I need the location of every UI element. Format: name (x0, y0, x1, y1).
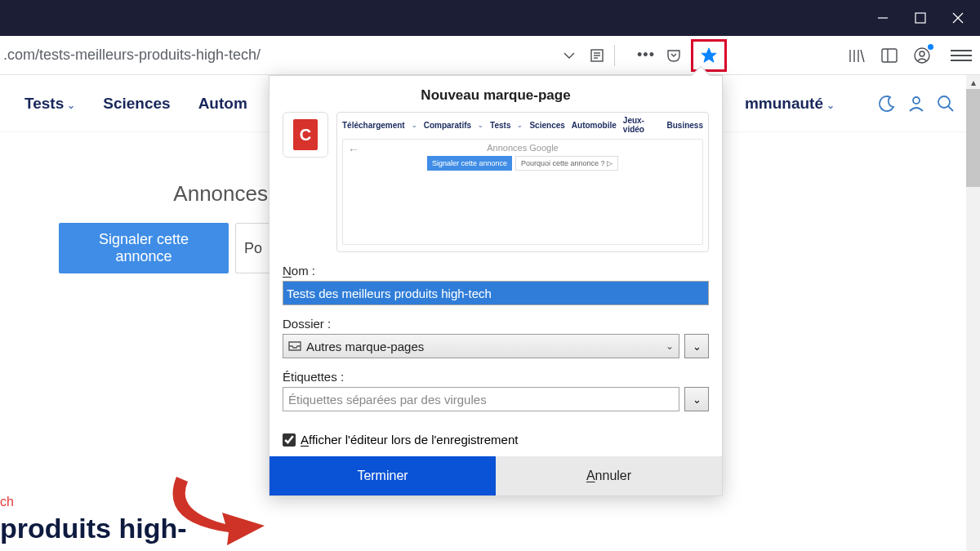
chevron-down-icon: ⌄ (67, 100, 75, 111)
annotation-arrow (168, 477, 274, 549)
svg-line-11 (861, 50, 864, 62)
nav-item-sciences[interactable]: Sciences (103, 95, 170, 113)
sidebar-icon[interactable] (879, 45, 900, 66)
bookmark-popup: Nouveau marque-page C Téléchargement⌄ Co… (269, 75, 723, 496)
svg-line-18 (948, 106, 953, 111)
bookmark-name-input[interactable]: Tests des meilleurs produits high-tech (283, 281, 709, 305)
bookmark-folder-select[interactable]: Autres marque-pages ⌄ (283, 334, 679, 358)
bookmark-name-label: Nom : (283, 264, 709, 278)
reader-view-icon[interactable] (586, 45, 608, 66)
ad-block: Annonces Signaler cette annonce Po (0, 181, 270, 273)
why-ad-button[interactable]: Po (235, 223, 270, 273)
folder-expand-button[interactable]: ⌄ (684, 334, 709, 358)
site-favicon: C (283, 112, 328, 158)
show-editor-label: Afficher l'éditeur lors de l'enregistrem… (301, 433, 518, 447)
cancel-button[interactable]: Annuler (496, 456, 722, 495)
nav-item-tests[interactable]: Tests⌄ (24, 95, 75, 113)
window-titlebar (0, 0, 980, 36)
article-snippet: ch produits high- (0, 495, 187, 544)
account-icon[interactable] (911, 45, 933, 66)
chevron-down-icon: ⌄ (666, 340, 674, 352)
library-icon[interactable] (846, 45, 867, 66)
tags-expand-button[interactable]: ⌄ (684, 387, 709, 411)
svg-point-14 (915, 48, 929, 63)
bookmark-tags-input[interactable]: Étiquettes séparées par des virgules (283, 387, 679, 411)
show-editor-checkbox[interactable] (283, 433, 296, 447)
article-heading: produits high- (0, 513, 187, 544)
nav-item-communaute[interactable]: mmunauté⌄ (745, 95, 835, 113)
ad-label: Annonces (0, 181, 270, 207)
notification-dot (928, 44, 933, 50)
maximize-button[interactable] (902, 0, 939, 36)
bookmark-star-icon[interactable] (691, 39, 727, 72)
nav-item-automobile[interactable]: Autom (198, 95, 247, 113)
browser-toolbar: .com/tests-meilleurs-produits-high-tech/… (0, 36, 980, 75)
chevron-down-icon: ⌄ (826, 100, 835, 111)
inbox-icon (288, 340, 301, 353)
preview-report-ad: Signaler cette annonce (427, 156, 512, 171)
report-ad-button[interactable]: Signaler cette annonce (59, 223, 229, 273)
url-text: .com/tests-meilleurs-produits-high-tech/ (3, 47, 261, 64)
done-button[interactable]: Terminer (270, 456, 496, 495)
page-preview: Téléchargement⌄ Comparatifs⌄ Tests⌄ Scie… (336, 112, 709, 252)
scrollbar-thumb[interactable] (966, 89, 980, 187)
search-icon[interactable] (936, 94, 956, 113)
user-icon[interactable] (906, 94, 926, 113)
menu-icon[interactable] (951, 45, 972, 66)
bookmark-folder-label: Dossier : (283, 317, 709, 331)
close-window-button[interactable] (939, 0, 977, 36)
preview-why-ad: Pourquoi cette annonce ? ▷ (515, 156, 618, 171)
pocket-icon[interactable] (663, 45, 684, 66)
svg-point-16 (913, 97, 920, 104)
dark-mode-icon[interactable] (877, 94, 897, 113)
bookmark-tags-label: Étiquettes : (283, 370, 709, 384)
minimize-button[interactable] (864, 0, 902, 36)
vertical-scrollbar[interactable]: ▴ (966, 75, 980, 551)
back-arrow-icon: ← (348, 143, 359, 156)
nav-utility-icons (877, 94, 956, 113)
svg-rect-1 (915, 13, 925, 23)
browser-right-toolbar (846, 36, 972, 74)
svg-point-15 (920, 51, 924, 56)
article-category: ch (0, 495, 187, 509)
popup-button-row: Terminer Annuler (270, 456, 722, 495)
popup-title: Nouveau marque-page (270, 76, 722, 112)
chevron-down-icon[interactable] (559, 45, 580, 66)
bookmark-form: Nom : Tests des meilleurs produits high-… (270, 264, 722, 433)
bookmark-preview: C Téléchargement⌄ Comparatifs⌄ Tests⌄ Sc… (270, 112, 722, 264)
svg-point-17 (938, 96, 950, 108)
scroll-up-arrow[interactable]: ▴ (966, 75, 980, 89)
svg-rect-12 (882, 49, 897, 62)
page-actions-icon[interactable]: ••• (635, 45, 657, 66)
